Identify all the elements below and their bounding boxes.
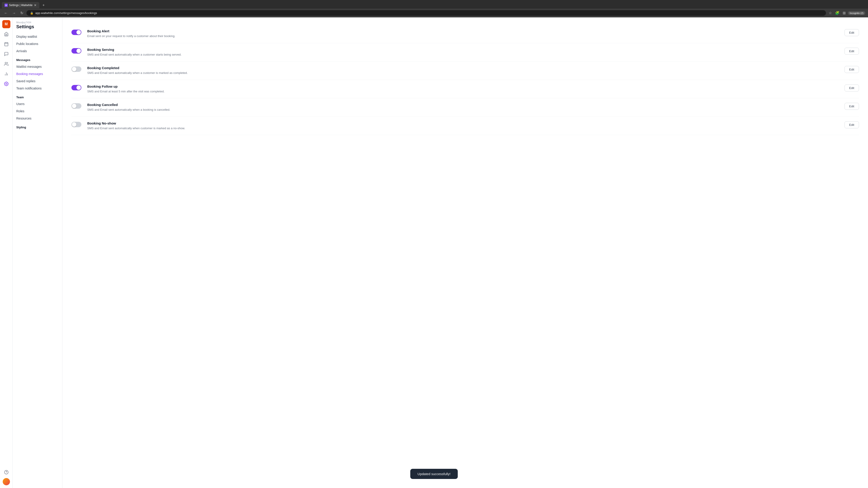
calendar-icon[interactable] xyxy=(2,40,10,48)
messages-section-label: Messages xyxy=(13,55,62,63)
sidebar-title: Settings xyxy=(16,24,59,29)
org-avatar[interactable]: M xyxy=(2,20,10,28)
message-item-booking-serving: Booking ServingSMS and Email sent automa… xyxy=(71,43,859,62)
toggle-area-booking-followup xyxy=(71,85,83,90)
incognito-badge: Incognito (2) xyxy=(848,11,865,15)
edit-button-booking-followup[interactable]: Edit xyxy=(844,85,859,92)
message-info-booking-serving: Booking ServingSMS and Email sent automa… xyxy=(87,48,840,57)
edit-button-booking-noshow[interactable]: Edit xyxy=(844,121,859,128)
toast-notification: Updated successfully! xyxy=(410,469,458,479)
svg-point-8 xyxy=(6,84,7,85)
toggle-area-booking-cancelled xyxy=(71,103,83,109)
tab-favicon: M xyxy=(4,4,8,7)
toggle-area-booking-alert xyxy=(71,29,83,35)
message-info-booking-followup: Booking Follow upSMS and Email at least … xyxy=(87,85,840,94)
browser-chrome: M Settings | Waitwhile ✕ + ← → ↻ 🔒 app.w… xyxy=(0,0,868,18)
edit-button-booking-completed[interactable]: Edit xyxy=(844,66,859,73)
edit-button-booking-serving[interactable]: Edit xyxy=(844,48,859,55)
message-desc-booking-cancelled: SMS and Email sent automatically when a … xyxy=(87,107,840,112)
message-title-booking-followup: Booking Follow up xyxy=(87,85,840,88)
sidebar-toggle-button[interactable]: ⊞ xyxy=(842,10,846,16)
message-info-booking-cancelled: Booking CancelledSMS and Email sent auto… xyxy=(87,103,840,112)
sidebar-item-booking-messages[interactable]: Booking messages xyxy=(13,70,62,77)
message-title-booking-serving: Booking Serving xyxy=(87,48,840,52)
sidebar-header: Moodjoy7434 Settings xyxy=(13,21,62,33)
sidebar-item-roles[interactable]: Roles xyxy=(13,107,62,115)
message-item-booking-completed: Booking CompletedSMS and Email sent auto… xyxy=(71,61,859,80)
sidebar-item-saved-replies[interactable]: Saved replies xyxy=(13,77,62,85)
extensions-button[interactable]: 🧩 xyxy=(834,10,840,16)
message-title-booking-completed: Booking Completed xyxy=(87,66,840,70)
toggle-area-booking-serving xyxy=(71,48,83,54)
sidebar-item-waitlist-messages[interactable]: Waitlist messages xyxy=(13,63,62,70)
icon-rail: M xyxy=(0,18,13,488)
user-avatar[interactable] xyxy=(3,478,10,485)
url-text: app.waitwhile.com/settings/messages/book… xyxy=(35,11,97,15)
edit-button-booking-alert[interactable]: Edit xyxy=(844,29,859,36)
home-icon[interactable] xyxy=(2,30,10,38)
tab-title: Settings | Waitwhile xyxy=(9,4,33,7)
team-section-label: Team xyxy=(13,92,62,100)
chat-icon[interactable] xyxy=(2,50,10,58)
toggle-booking-cancelled[interactable] xyxy=(71,103,81,109)
sidebar-item-users[interactable]: Users xyxy=(13,100,62,107)
main-content: Booking AlertEmail sent on your request … xyxy=(62,18,868,488)
back-button[interactable]: ← xyxy=(3,10,9,16)
message-title-booking-noshow: Booking No-show xyxy=(87,121,840,125)
message-item-booking-cancelled: Booking CancelledSMS and Email sent auto… xyxy=(71,98,859,117)
nav-actions: ☆ 🧩 ⊞ Incognito (2) xyxy=(828,10,865,16)
reload-button[interactable]: ↻ xyxy=(19,10,25,16)
message-info-booking-noshow: Booking No-showSMS and Email sent automa… xyxy=(87,121,840,131)
tab-bar: M Settings | Waitwhile ✕ + xyxy=(0,0,868,8)
toggle-booking-serving[interactable] xyxy=(71,48,81,54)
sidebar-item-arrivals[interactable]: Arrivals xyxy=(13,47,62,55)
toggle-booking-followup[interactable] xyxy=(71,85,81,90)
toast-message: Updated successfully! xyxy=(417,472,451,476)
toggle-area-booking-noshow xyxy=(71,121,83,127)
sidebar: Moodjoy7434 Settings Display waitlist Pu… xyxy=(13,18,62,488)
message-desc-booking-noshow: SMS and Email sent automatically when cu… xyxy=(87,126,840,131)
new-tab-button[interactable]: + xyxy=(40,2,47,8)
sidebar-item-resources[interactable]: Resources xyxy=(13,115,62,122)
settings-icon[interactable] xyxy=(2,80,10,88)
message-desc-booking-alert: Email sent on your request to notify a c… xyxy=(87,34,840,38)
styling-section-label: Styling xyxy=(13,122,62,130)
svg-rect-0 xyxy=(4,42,8,46)
svg-point-4 xyxy=(5,62,6,64)
sidebar-account: Moodjoy7434 xyxy=(16,21,59,24)
chart-icon[interactable] xyxy=(2,70,10,78)
close-tab-button[interactable]: ✕ xyxy=(34,3,37,7)
forward-button[interactable]: → xyxy=(11,10,17,16)
app-layout: M Moodjoy7434 Settings xyxy=(0,18,868,488)
toggle-booking-completed[interactable] xyxy=(71,66,81,72)
help-icon[interactable] xyxy=(2,468,10,476)
message-desc-booking-serving: SMS and Email sent automatically when a … xyxy=(87,53,840,57)
message-item-booking-followup: Booking Follow upSMS and Email at least … xyxy=(71,80,859,98)
bookmark-button[interactable]: ☆ xyxy=(828,10,833,16)
toggle-booking-noshow[interactable] xyxy=(71,122,81,127)
active-tab[interactable]: M Settings | Waitwhile ✕ xyxy=(2,2,39,8)
message-info-booking-alert: Booking AlertEmail sent on your request … xyxy=(87,29,840,38)
message-info-booking-completed: Booking CompletedSMS and Email sent auto… xyxy=(87,66,840,75)
edit-button-booking-cancelled[interactable]: Edit xyxy=(844,103,859,110)
nav-bar: ← → ↻ 🔒 app.waitwhile.com/settings/messa… xyxy=(0,8,868,18)
message-item-booking-noshow: Booking No-showSMS and Email sent automa… xyxy=(71,117,859,135)
message-title-booking-alert: Booking Alert xyxy=(87,29,840,33)
address-bar[interactable]: 🔒 app.waitwhile.com/settings/messages/bo… xyxy=(26,10,826,16)
sidebar-item-display-waitlist[interactable]: Display waitlist xyxy=(13,33,62,40)
message-title-booking-cancelled: Booking Cancelled xyxy=(87,103,840,107)
toggle-booking-alert[interactable] xyxy=(71,30,81,35)
message-item-booking-alert: Booking AlertEmail sent on your request … xyxy=(71,25,859,43)
sidebar-item-team-notifications[interactable]: Team notifications xyxy=(13,85,62,92)
message-desc-booking-completed: SMS and Email sent automatically when a … xyxy=(87,71,840,75)
message-desc-booking-followup: SMS and Email at least 5 min after the v… xyxy=(87,89,840,94)
sidebar-item-public-locations[interactable]: Public locations xyxy=(13,40,62,47)
users-icon[interactable] xyxy=(2,60,10,68)
toggle-area-booking-completed xyxy=(71,66,83,72)
